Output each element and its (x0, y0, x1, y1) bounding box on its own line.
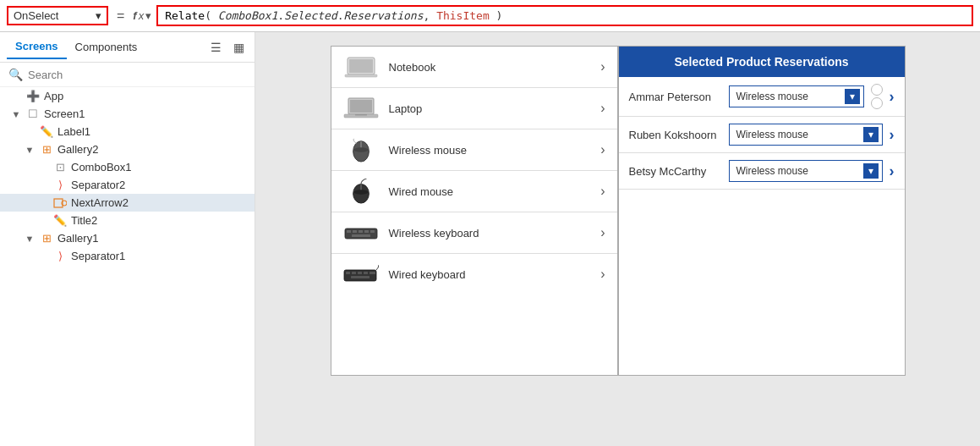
product-item-notebook[interactable]: Notebook › (331, 47, 617, 88)
reservation-select-arrow-3[interactable]: ▾ (863, 163, 879, 179)
tree-label-combobox1: ComboBox1 (71, 161, 132, 173)
reservation-row-3: Betsy McCarthy Wireless mouse ▾ › (619, 153, 905, 190)
tree-item-gallery1[interactable]: ▼ ⊞ Gallery1 (0, 229, 255, 247)
product-item-wireless-mouse[interactable]: Wireless mouse › (331, 129, 617, 171)
reservation-select-arrow-2[interactable]: ▾ (863, 127, 879, 142)
expander-separator1 (37, 251, 49, 262)
expander-app (10, 91, 22, 102)
tree-label-gallery1: Gallery1 (57, 232, 98, 245)
search-input[interactable] (28, 69, 246, 81)
screen-icon: ☐ (25, 108, 41, 120)
tabs-row: Screens Components ☰ ▦ (0, 32, 255, 63)
wiredkeyboard-label: Wired keyboard (389, 268, 591, 281)
fx-arrow: ▾ (145, 9, 151, 22)
tree-label-separator2: Separator2 (71, 179, 125, 191)
expander-gallery1[interactable]: ▼ (24, 234, 36, 244)
svg-rect-4 (345, 74, 377, 77)
reservation-select-1[interactable]: Wireless mouse ▾ (729, 85, 864, 107)
tree-item-nextarrow2[interactable]: NextArrow2 (0, 194, 255, 212)
app-icon: ➕ (25, 91, 41, 102)
tree-item-app[interactable]: ➕ App (0, 87, 255, 105)
tree-item-gallery2[interactable]: ▼ ⊞ Gallery2 (0, 140, 255, 158)
reservation-select-arrow-1[interactable]: ▾ (845, 89, 860, 104)
reservation-select-2[interactable]: Wireless mouse ▾ (729, 124, 883, 146)
tree-label-label1: Label1 (57, 125, 90, 138)
reservation-name-1: Ammar Peterson (629, 91, 722, 103)
separator1-icon: ⟩ (52, 251, 68, 262)
reservation-chevron-1[interactable]: › (890, 88, 895, 106)
formula-thisitem: ThisItem (436, 9, 490, 22)
svg-rect-6 (350, 100, 372, 113)
reservation-name-2: Ruben Kokshoorn (629, 129, 722, 141)
tree-item-combobox1[interactable]: ⊡ ComboBox1 (0, 158, 255, 176)
reservation-select-text-1: Wireless mouse (733, 89, 845, 104)
grid-view-icon[interactable]: ▦ (230, 39, 248, 56)
wiredmouse-label: Wired mouse (389, 185, 591, 198)
tree-label-app: App (44, 90, 63, 102)
property-name: OnSelect (14, 9, 58, 22)
tree-label-separator1: Separator1 (71, 250, 125, 262)
expander-combobox1 (37, 162, 49, 173)
wmouse-arrow: › (600, 142, 605, 157)
nav-circle-top-1[interactable] (871, 84, 883, 96)
reservation-chevron-3[interactable]: › (890, 162, 895, 180)
nextarrow2-icon (52, 197, 68, 209)
reservation-select-3[interactable]: Wireless mouse ▾ (729, 160, 883, 182)
svg-rect-17 (364, 230, 369, 233)
left-panel: Screens Components ☰ ▦ 🔍 ➕ App (0, 32, 255, 446)
tree-item-title2[interactable]: ✏️ Title2 (0, 212, 255, 229)
svg-rect-13 (345, 229, 377, 239)
property-selector[interactable]: OnSelect ▾ (7, 6, 108, 25)
main-layout: Screens Components ☰ ▦ 🔍 ➕ App (0, 32, 980, 446)
expander-label1 (24, 127, 36, 137)
separator2-icon: ⟩ (52, 179, 68, 191)
property-dropdown-arrow: ▾ (96, 9, 101, 22)
tree-container: ➕ App ▼ ☐ Screen1 ✏️ Label1 ▼ ⊞ (0, 87, 255, 446)
wiredmouse-image (343, 178, 379, 205)
wmouse-label: Wireless mouse (389, 144, 591, 157)
fx-label: f (133, 9, 136, 22)
gallery1-icon: ⊞ (39, 233, 54, 245)
formula-selected: Selected (284, 9, 337, 22)
svg-rect-15 (353, 230, 357, 233)
product-item-laptop[interactable]: Laptop › (331, 88, 617, 129)
svg-rect-20 (344, 270, 376, 281)
formula-fn-relate: Relate (165, 9, 205, 22)
tab-components[interactable]: Components (67, 36, 146, 58)
nav-circle-bot-1[interactable] (871, 97, 883, 109)
formula-bar: OnSelect ▾ = fx ▾ Relate( ComboBox1.Sele… (0, 0, 980, 32)
tree-item-separator2[interactable]: ⟩ Separator2 (0, 176, 255, 194)
gallery2-icon: ⊞ (39, 144, 54, 156)
expander-screen1[interactable]: ▼ (10, 109, 22, 119)
reservations-header: Selected Product Reservations (619, 47, 905, 77)
laptop-label: Laptop (389, 102, 591, 115)
wiredkeyboard-image (343, 261, 379, 288)
svg-point-12 (353, 190, 368, 195)
reservation-name-3: Betsy McCarthy (629, 165, 722, 178)
expander-gallery2[interactable]: ▼ (24, 145, 36, 155)
wiredkeyboard-arrow: › (600, 267, 605, 282)
product-item-wired-mouse[interactable]: Wired mouse › (331, 171, 617, 212)
product-item-wired-keyboard[interactable]: Wired keyboard › (331, 254, 617, 295)
tree-item-screen1[interactable]: ▼ ☐ Screen1 (0, 105, 255, 123)
tree-item-separator1[interactable]: ⟩ Separator1 (0, 247, 255, 265)
tab-screens[interactable]: Screens (7, 35, 67, 59)
svg-rect-23 (358, 272, 362, 274)
reservation-select-text-2: Wireless mouse (733, 127, 863, 142)
laptop-arrow: › (600, 101, 605, 116)
notebook-image (343, 53, 379, 80)
wkeyboard-arrow: › (600, 225, 605, 240)
wiredmouse-arrow: › (600, 184, 605, 199)
product-item-wireless-keyboard[interactable]: Wireless keyboard › (331, 212, 617, 254)
reservation-chevron-2[interactable]: › (890, 126, 895, 144)
list-view-icon[interactable]: ☰ (207, 39, 225, 56)
formula-input[interactable]: Relate( ComboBox1.Selected.Reservations,… (156, 5, 973, 26)
svg-point-10 (353, 147, 368, 152)
fx-button[interactable]: fx ▾ (133, 9, 151, 22)
laptop-image (343, 95, 379, 122)
tree-item-label1[interactable]: ✏️ Label1 (0, 123, 255, 140)
label-icon: ✏️ (39, 126, 54, 138)
notebook-label: Notebook (389, 61, 591, 74)
title2-icon: ✏️ (52, 215, 68, 227)
reservation-nav-1 (871, 84, 883, 109)
